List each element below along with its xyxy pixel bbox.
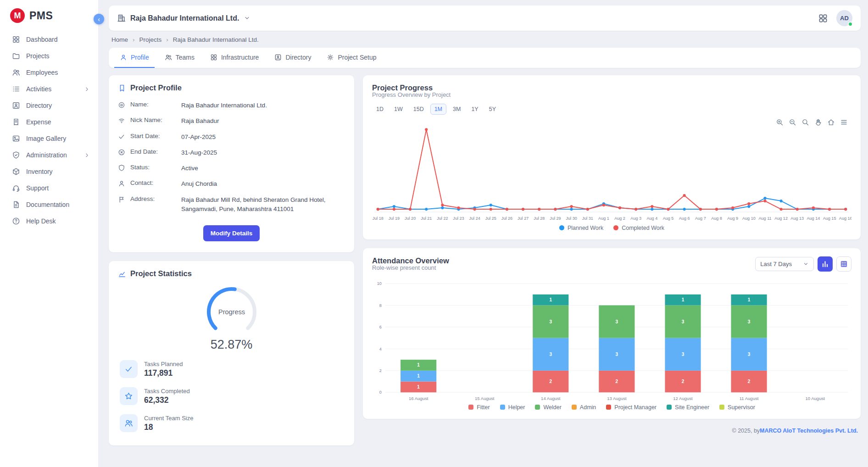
sidebar-collapse-button[interactable]: ‹ (94, 14, 104, 24)
breadcrumb-item[interactable]: Projects (139, 36, 162, 43)
user-icon (118, 180, 125, 187)
selection-zoom-icon[interactable] (801, 118, 809, 126)
pan-icon[interactable] (814, 118, 822, 126)
sidebar-item-help-desk[interactable]: Help Desk (0, 213, 98, 229)
legend-item-supervisor[interactable]: Supervisor (719, 404, 755, 411)
chart-toolbar (776, 118, 848, 126)
range-button-3m[interactable]: 3M (449, 104, 465, 115)
stat-rows: Tasks Planned117,891Tasks Completed62,33… (118, 356, 345, 437)
sidebar-item-directory[interactable]: Directory (0, 97, 98, 114)
stat-value: 18 (144, 423, 193, 432)
legend-swatch (719, 405, 724, 410)
range-button-15d[interactable]: 15D (409, 104, 428, 115)
svg-text:3: 3 (748, 319, 751, 324)
topbar-right: AD (818, 10, 852, 26)
svg-text:2: 2 (748, 379, 751, 384)
svg-text:15 August: 15 August (475, 395, 495, 400)
tab-infrastructure[interactable]: Infrastructure (205, 48, 264, 68)
field-label: Start Date: (130, 133, 176, 139)
range-button-1m[interactable]: 1M (430, 104, 446, 115)
svg-text:1: 1 (417, 373, 420, 378)
legend-item-project-manager[interactable]: Project Manager (606, 404, 657, 411)
sidebar-item-documentation[interactable]: Documentation (0, 196, 98, 213)
progress-gauge: Progress 52.87% (118, 284, 345, 352)
range-button-1w[interactable]: 1W (390, 104, 407, 115)
user-avatar[interactable]: AD (836, 10, 852, 26)
tab-teams[interactable]: Teams (159, 48, 200, 68)
project-progress-chart[interactable]: Jul 18Jul 19Jul 20Jul 21Jul 22Jul 23Jul … (372, 117, 851, 223)
profile-field-status-: Status:Active (118, 161, 345, 176)
legend-label: Welder (543, 404, 561, 411)
svg-text:Jul 28: Jul 28 (534, 216, 545, 221)
legend-item-fitter[interactable]: Fitter (468, 404, 490, 411)
svg-text:Jul 31: Jul 31 (582, 216, 593, 221)
sidebar-item-inventory[interactable]: Inventory (0, 163, 98, 180)
breadcrumb-item[interactable]: Home (111, 36, 128, 43)
menu-icon[interactable] (840, 118, 848, 126)
legend-swatch (559, 225, 564, 230)
svg-text:6: 6 (379, 325, 382, 329)
company-name: Raja Bahadur International Ltd. (130, 14, 239, 22)
svg-text:3: 3 (682, 319, 684, 324)
svg-text:Aug 10: Aug 10 (742, 216, 756, 221)
legend-label: Admin (580, 404, 596, 411)
sidebar-item-support[interactable]: Support (0, 180, 98, 196)
attendance-controls: Last 7 Days (755, 256, 851, 272)
legend-item-completed-work[interactable]: Completed Work (613, 225, 664, 231)
tab-profile[interactable]: Profile (114, 48, 155, 68)
field-value: Raja Bahadur (181, 117, 345, 126)
range-button-1d[interactable]: 1D (372, 104, 388, 115)
range-button-1y[interactable]: 1Y (467, 104, 482, 115)
gear-icon (327, 54, 334, 61)
legend-item-welder[interactable]: Welder (535, 404, 561, 411)
company-selector[interactable]: Raja Bahadur International Ltd. (117, 14, 250, 22)
legend-swatch (535, 405, 540, 410)
legend-item-planned-work[interactable]: Planned Work (559, 225, 603, 231)
stat-icon-box (120, 387, 138, 405)
range-button-5y[interactable]: 5Y (485, 104, 500, 115)
app-logo[interactable]: M PMS (0, 6, 98, 31)
sidebar-item-image-gallery[interactable]: Image Gallery (0, 130, 98, 147)
sidebar-item-expense[interactable]: Expense (0, 114, 98, 130)
zoom-in-icon[interactable] (776, 118, 784, 126)
administration-icon (12, 151, 20, 159)
chart-view-button[interactable] (818, 256, 833, 272)
shield-icon (118, 164, 125, 172)
inventory-icon (12, 167, 20, 176)
svg-text:3: 3 (682, 351, 684, 356)
svg-text:2: 2 (616, 379, 618, 384)
apps-icon[interactable] (818, 13, 828, 23)
legend-item-admin[interactable]: Admin (572, 404, 596, 411)
zoom-out-icon[interactable] (789, 118, 796, 126)
table-view-button[interactable] (836, 256, 851, 272)
online-status-dot (848, 22, 853, 27)
sidebar-item-dashboard[interactable]: Dashboard (0, 31, 98, 48)
modify-details-button[interactable]: Modify Details (203, 225, 260, 241)
svg-text:1: 1 (748, 297, 751, 302)
profile-field-name-: Name:Raja Bahadur International Ltd. (118, 98, 345, 113)
chart-icon (118, 270, 126, 278)
sidebar-item-administration[interactable]: Administration (0, 147, 98, 163)
time-range-selector: 1D1W15D1M3M1Y5Y (372, 104, 851, 115)
legend-item-helper[interactable]: Helper (500, 404, 525, 411)
logo-text: PMS (29, 10, 53, 22)
signal-icon (118, 117, 125, 124)
legend-item-site-engineer[interactable]: Site Engineer (667, 404, 709, 411)
expense-icon (12, 118, 20, 126)
date-range-select[interactable]: Last 7 Days (755, 257, 814, 271)
profile-field-address-: Address:Raja Bahadur Mill Rd, behind She… (118, 192, 345, 217)
tab-project-setup[interactable]: Project Setup (321, 48, 382, 68)
svg-text:1: 1 (417, 362, 420, 367)
sidebar-item-employees[interactable]: Employees (0, 64, 98, 81)
sidebar-item-projects[interactable]: Projects (0, 48, 98, 64)
legend-swatch (500, 405, 505, 410)
attendance-chart[interactable]: 024681011116 August15 August233114 Augus… (372, 279, 851, 402)
field-label: End Date: (130, 148, 176, 155)
copyright-text: © 2025, by (732, 428, 760, 434)
stat-tasks-completed: Tasks Completed62,332 (118, 383, 345, 410)
sidebar-item-label: Projects (26, 52, 50, 60)
home-icon[interactable] (827, 118, 835, 126)
company-link[interactable]: MARCO AIoT Technologies Pvt. Ltd. (760, 428, 858, 434)
tab-directory[interactable]: Directory (269, 48, 317, 68)
sidebar-item-activities[interactable]: Activities (0, 81, 98, 97)
